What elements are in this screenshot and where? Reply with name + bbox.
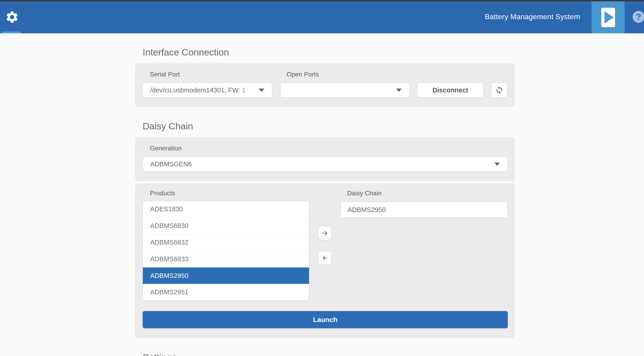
- move-left-button[interactable]: [318, 251, 332, 265]
- product-list-item[interactable]: ADBMS2950: [143, 268, 309, 284]
- generation-value: ADBMSGEN6: [143, 160, 192, 168]
- chevron-down-icon: [494, 162, 500, 166]
- arrow-left-icon: [322, 254, 328, 261]
- disconnect-button[interactable]: Disconnect: [417, 82, 484, 98]
- product-list-item[interactable]: ADBMS6832: [143, 234, 309, 251]
- serial-port-select[interactable]: /dev/cu.usbmodem14301, FW: 1: [143, 82, 272, 98]
- product-list-item[interactable]: ADES1830: [143, 201, 309, 218]
- daisy-chain-list-item[interactable]: ADBMS2950: [341, 202, 508, 218]
- generation-select[interactable]: ADBMSGEN6: [143, 156, 508, 172]
- play-button[interactable]: [592, 1, 624, 33]
- question-circle-icon[interactable]: ?: [632, 11, 644, 23]
- arrow-right-icon: [322, 230, 328, 237]
- refresh-button[interactable]: [491, 82, 507, 98]
- chevron-down-icon: [259, 88, 264, 92]
- launch-button[interactable]: Launch: [143, 311, 508, 328]
- serial-port-label: Serial Port: [150, 71, 180, 78]
- products-label: Products: [150, 190, 175, 197]
- product-list-item[interactable]: ADBMS6830: [143, 218, 309, 234]
- launch-button-label: Launch: [313, 316, 338, 324]
- serial-port-value: /dev/cu.usbmodem14301, FW: 1: [143, 86, 246, 94]
- chevron-down-icon: [396, 88, 402, 92]
- product-list-item[interactable]: ADBMS6833: [143, 251, 309, 268]
- app-title: Battery Management System: [485, 0, 580, 33]
- app-header: Battery Management System ?: [0, 0, 644, 33]
- daisy-chain-heading: Daisy Chain: [143, 121, 193, 132]
- open-ports-label: Open Ports: [287, 71, 319, 78]
- settings-gear-icon[interactable]: [5, 10, 19, 24]
- refresh-icon: [495, 86, 504, 94]
- window-top-strip: [0, 0, 644, 1]
- product-list-item[interactable]: ADBMS2951: [143, 284, 309, 300]
- generation-label: Generation: [150, 145, 182, 152]
- settings-heading: Settings: [143, 352, 176, 356]
- daisy-chain-listbox: ADBMS2950: [340, 202, 508, 218]
- disconnect-button-label: Disconnect: [432, 86, 468, 94]
- active-tab-indicator: [2, 32, 21, 33]
- open-ports-select[interactable]: [280, 82, 410, 98]
- text-fade-overlay: [240, 83, 259, 97]
- products-listbox: ADES1830 ADBMS6830 ADBMS6832 ADBMS6833 A…: [143, 201, 309, 300]
- interface-connection-heading: Interface Connection: [143, 47, 229, 58]
- daisy-chain-list-label: Daisy Chain: [347, 190, 382, 197]
- play-icon: [601, 8, 615, 27]
- move-right-button[interactable]: [318, 226, 332, 240]
